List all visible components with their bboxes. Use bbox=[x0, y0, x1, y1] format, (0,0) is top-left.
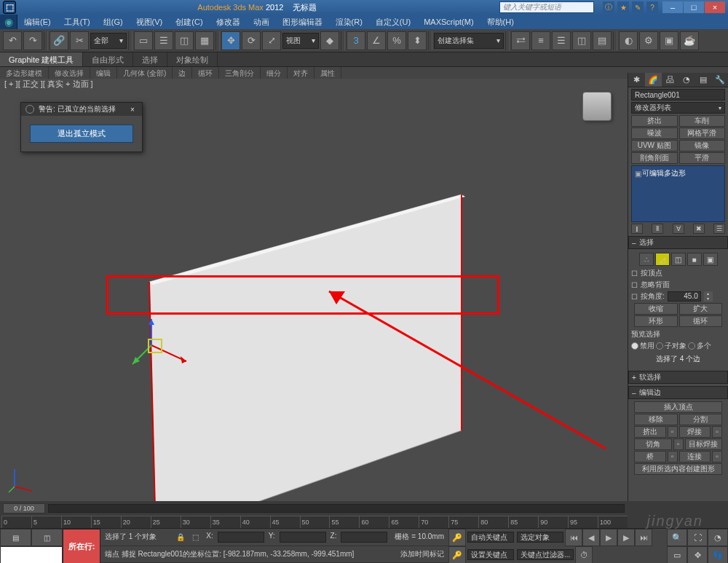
ref-coord-dropdown[interactable]: 视图▾ bbox=[282, 33, 319, 49]
ribbon2-edit[interactable]: 编辑 bbox=[90, 67, 117, 79]
modifier-stack[interactable]: ▣可编辑多边形 bbox=[631, 165, 725, 222]
btn-ring[interactable]: 环形 bbox=[634, 315, 678, 327]
add-time-tag[interactable]: 添加时间标记 bbox=[400, 549, 444, 559]
lock-selection-icon[interactable]: 🔒 bbox=[176, 533, 185, 541]
maximize-button[interactable]: □ bbox=[684, 1, 704, 13]
btn-bridge[interactable]: 桥 bbox=[634, 451, 666, 462]
viewcube[interactable] bbox=[577, 86, 619, 128]
transform-gizmo[interactable] bbox=[130, 316, 195, 382]
schematic-icon[interactable]: ▤ bbox=[593, 31, 612, 50]
btn-weld-settings-icon[interactable]: ▫ bbox=[712, 426, 722, 438]
btn-connect-settings-icon[interactable]: ▫ bbox=[712, 451, 722, 462]
btn-chamferprof[interactable]: 剖角剖面 bbox=[631, 152, 678, 164]
ribbon2-align[interactable]: 对齐 bbox=[288, 67, 314, 79]
spinner-snap-icon[interactable]: ⬍ bbox=[408, 31, 427, 50]
stack-show-icon[interactable]: Ⅱ bbox=[652, 224, 663, 234]
keyfilter-button[interactable]: 关键点过滤器... bbox=[517, 549, 574, 560]
ribbon2-loop[interactable]: 循环 bbox=[192, 67, 219, 79]
minimize-button[interactable]: – bbox=[662, 1, 683, 13]
nav-fov-icon[interactable]: ◔ bbox=[708, 529, 728, 546]
subobj-element-icon[interactable]: ▣ bbox=[703, 253, 718, 266]
scale-icon[interactable]: ⤢ bbox=[262, 31, 281, 50]
btn-connect[interactable]: 连接 bbox=[679, 451, 711, 462]
btn-shrink[interactable]: 收缩 bbox=[634, 303, 678, 315]
exit-isolation-button[interactable]: 退出孤立模式 bbox=[30, 125, 133, 143]
btn-noise[interactable]: 噪波 bbox=[631, 127, 678, 139]
radio-disable[interactable] bbox=[631, 342, 638, 350]
unlink-icon[interactable]: ✂ bbox=[70, 31, 89, 50]
btn-uvw[interactable]: UVW 贴图 bbox=[631, 140, 678, 151]
time-slider-handle[interactable]: 0 / 100 bbox=[3, 503, 45, 513]
menu-custom[interactable]: 自定义(U) bbox=[369, 15, 417, 29]
nav-zoom-all-icon[interactable]: ⛶ bbox=[687, 529, 708, 546]
btn-weld[interactable]: 焊接 bbox=[679, 426, 711, 438]
move-icon[interactable]: ✥ bbox=[221, 31, 240, 50]
btn-target-weld[interactable]: 目标焊接 bbox=[685, 438, 723, 450]
chk-ignore-back[interactable]: ☐ bbox=[631, 281, 638, 289]
stack-config-icon[interactable]: ☰ bbox=[713, 224, 725, 234]
help-search-input[interactable]: 键入关键字或短语 bbox=[499, 1, 594, 13]
ribbon2-edge[interactable]: 边 bbox=[173, 67, 192, 79]
time-ruler[interactable]: 0 5 10 15 20 25 30 35 40 45 50 55 60 65 … bbox=[1, 516, 628, 528]
mini-script-icon[interactable]: ◫ bbox=[31, 529, 63, 546]
menu-graph[interactable]: 图形编辑器 bbox=[276, 15, 329, 29]
wrench-icon[interactable]: ✎ bbox=[632, 1, 644, 13]
align-icon[interactable]: ≡ bbox=[531, 31, 550, 50]
panel-tab-utility-icon[interactable]: 🔧 bbox=[711, 73, 728, 87]
viewport-label[interactable]: [ + ][ 正交 ][ 真实 + 边面 ] bbox=[4, 79, 93, 90]
panel-tab-motion-icon[interactable]: ◔ bbox=[678, 73, 695, 87]
curve-editor-icon[interactable]: ◫ bbox=[572, 31, 591, 50]
menu-anim[interactable]: 动画 bbox=[247, 15, 276, 29]
chk-by-vertex[interactable]: ☐ bbox=[631, 269, 638, 277]
select-rect-icon[interactable]: ◫ bbox=[175, 31, 194, 50]
link-icon[interactable]: 🔗 bbox=[50, 31, 68, 50]
menu-create[interactable]: 创建(C) bbox=[169, 15, 209, 29]
set-key-icon[interactable]: 🔑 bbox=[448, 546, 466, 563]
render-icon[interactable]: ☕ bbox=[680, 31, 699, 50]
rollout-softsel[interactable]: +软选择 bbox=[628, 371, 728, 384]
menu-maxscript[interactable]: MAXScript(M) bbox=[417, 15, 480, 29]
angle-snap-icon[interactable]: ∠ bbox=[367, 31, 386, 50]
btn-extrude-settings-icon[interactable]: ▫ bbox=[668, 426, 678, 438]
key-mode-icon[interactable]: 🔑 bbox=[448, 529, 466, 546]
mirror-icon[interactable]: ⮂ bbox=[511, 31, 530, 50]
chk-by-angle[interactable]: ☐ bbox=[631, 293, 638, 301]
select-icon[interactable]: ▭ bbox=[134, 31, 153, 50]
setkey-button[interactable]: 设置关键点 bbox=[467, 549, 514, 560]
app-menu-icon[interactable]: ◉ bbox=[0, 15, 17, 29]
select-name-icon[interactable]: ☰ bbox=[154, 31, 173, 50]
radio-subobj[interactable] bbox=[656, 342, 663, 350]
render-setup-icon[interactable]: ⚙ bbox=[639, 31, 658, 50]
ribbon2-polymodel[interactable]: 多边形建模 bbox=[0, 67, 49, 79]
btn-chamfer-settings-icon[interactable]: ▫ bbox=[673, 438, 684, 450]
angle-up-icon[interactable]: ▴ bbox=[704, 291, 713, 296]
ribbon2-props[interactable]: 属性 bbox=[314, 67, 341, 79]
help-icon[interactable]: ? bbox=[646, 1, 658, 13]
viewport[interactable]: [ + ][ 正交 ][ 真实 + 边面 ] 警告: 已孤立的当前选择 × 退出… bbox=[0, 79, 628, 501]
menu-tools[interactable]: 工具(T) bbox=[58, 15, 97, 29]
autokey-button[interactable]: 自动关键点 bbox=[467, 532, 514, 543]
menu-render[interactable]: 渲染(R) bbox=[329, 15, 369, 29]
menu-modifiers[interactable]: 修改器 bbox=[210, 15, 247, 29]
btn-edge-extrude[interactable]: 挤出 bbox=[634, 426, 666, 438]
warning-close-icon[interactable]: × bbox=[127, 106, 138, 114]
radio-multi[interactable] bbox=[688, 342, 695, 350]
rollout-editedge[interactable]: –编辑边 bbox=[628, 386, 728, 399]
btn-remove[interactable]: 移除 bbox=[634, 414, 678, 425]
ribbon2-geom[interactable]: 几何体 (全部) bbox=[117, 67, 173, 79]
btn-grow[interactable]: 扩大 bbox=[679, 303, 723, 315]
rollout-selection[interactable]: –选择 bbox=[628, 236, 728, 249]
nav-pan-icon[interactable]: ✥ bbox=[687, 546, 708, 563]
x-field[interactable] bbox=[218, 532, 264, 543]
object-name-field[interactable]: Rectangle001 bbox=[631, 89, 725, 101]
stack-unique-icon[interactable]: ∀ bbox=[673, 224, 684, 234]
subobj-border-icon[interactable]: ◫ bbox=[671, 253, 686, 266]
snap-toggle-icon[interactable]: 3 bbox=[347, 31, 365, 50]
ribbon-tab-selection[interactable]: 选择 bbox=[133, 52, 167, 66]
time-slider-track[interactable] bbox=[48, 504, 625, 513]
named-selection-dropdown[interactable]: 创建选择集▾ bbox=[434, 33, 504, 49]
y-field[interactable] bbox=[280, 532, 326, 543]
material-editor-icon[interactable]: ◐ bbox=[619, 31, 638, 50]
nav-walk-icon[interactable]: 👣 bbox=[708, 546, 728, 563]
prev-frame-icon[interactable]: ◀ bbox=[582, 529, 600, 546]
